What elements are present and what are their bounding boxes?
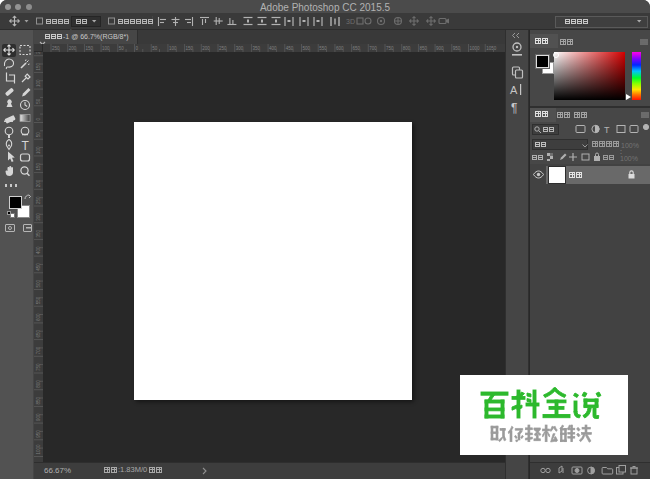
svg-text:700: 700 bbox=[36, 346, 41, 354]
svg-text:200: 200 bbox=[36, 52, 41, 54]
svg-text:50: 50 bbox=[36, 132, 41, 138]
svg-text:200: 200 bbox=[36, 179, 41, 187]
svg-text:550: 550 bbox=[36, 296, 41, 304]
svg-text:T: T bbox=[22, 139, 30, 153]
svg-text:950: 950 bbox=[36, 430, 41, 438]
svg-text:¶: ¶ bbox=[511, 101, 517, 115]
svg-text:50: 50 bbox=[119, 46, 125, 51]
svg-text:600: 600 bbox=[36, 313, 41, 321]
svg-text:50: 50 bbox=[152, 46, 158, 51]
svg-text:250: 250 bbox=[36, 196, 41, 204]
svg-text:100: 100 bbox=[169, 46, 177, 51]
svg-text:150: 150 bbox=[36, 62, 41, 70]
svg-text:350: 350 bbox=[36, 229, 41, 237]
svg-text:50: 50 bbox=[36, 98, 41, 104]
svg-text:650: 650 bbox=[36, 330, 41, 338]
svg-text:800: 800 bbox=[36, 380, 41, 388]
svg-text:1000: 1000 bbox=[470, 46, 481, 51]
svg-text:400: 400 bbox=[36, 246, 41, 254]
svg-text:3D: 3D bbox=[346, 18, 355, 25]
svg-text:A: A bbox=[510, 84, 518, 96]
svg-text:T: T bbox=[604, 125, 610, 135]
svg-text:850: 850 bbox=[36, 396, 41, 404]
svg-text:1050: 1050 bbox=[486, 46, 497, 51]
svg-text:900: 900 bbox=[36, 413, 41, 421]
svg-text:1000: 1000 bbox=[36, 444, 41, 455]
svg-text:750: 750 bbox=[36, 363, 41, 371]
svg-text:500: 500 bbox=[36, 279, 41, 287]
svg-text:300: 300 bbox=[36, 213, 41, 221]
svg-text:150: 150 bbox=[36, 163, 41, 171]
svg-text:100: 100 bbox=[36, 146, 41, 154]
svg-text:100: 100 bbox=[36, 79, 41, 87]
svg-text:450: 450 bbox=[36, 263, 41, 271]
